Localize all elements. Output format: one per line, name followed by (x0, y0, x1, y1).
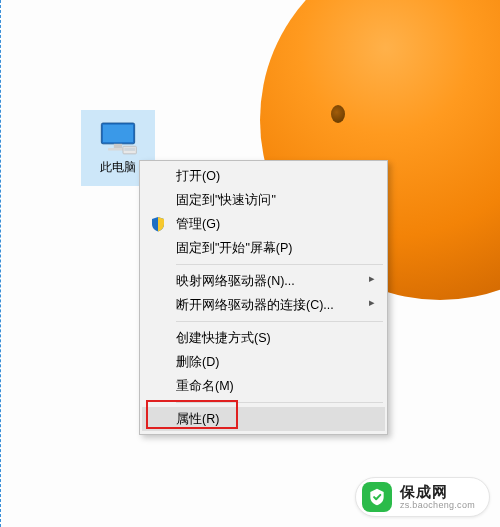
menu-separator (176, 402, 383, 403)
menu-delete[interactable]: 删除(D) (142, 350, 385, 374)
svg-rect-2 (114, 143, 122, 147)
menu-properties[interactable]: 属性(R) (142, 407, 385, 431)
menu-manage[interactable]: 管理(G) (142, 212, 385, 236)
menu-map-network-drive[interactable]: 映射网络驱动器(N)... (142, 269, 385, 293)
watermark-url: zs.baocheng.com (400, 500, 475, 510)
menu-rename[interactable]: 重命名(M) (142, 374, 385, 398)
menu-pin-start[interactable]: 固定到"开始"屏幕(P) (142, 236, 385, 260)
menu-separator (176, 264, 383, 265)
menu-pin-quick-access[interactable]: 固定到"快速访问" (142, 188, 385, 212)
svg-rect-1 (103, 124, 133, 142)
menu-create-shortcut[interactable]: 创建快捷方式(S) (142, 326, 385, 350)
desktop-icon-label: 此电脑 (100, 159, 136, 176)
menu-manage-label: 管理(G) (176, 216, 220, 233)
menu-open[interactable]: 打开(O) (142, 164, 385, 188)
watermark-badge: 保成网 zs.baocheng.com (355, 477, 490, 517)
shield-icon (150, 216, 166, 232)
menu-disconnect-network-drive[interactable]: 断开网络驱动器的连接(C)... (142, 293, 385, 317)
computer-icon (98, 121, 138, 155)
wallpaper-orange-pit (331, 105, 345, 123)
svg-rect-5 (124, 147, 135, 150)
context-menu: 打开(O) 固定到"快速访问" 管理(G) 固定到"开始"屏幕(P) 映射网络驱… (139, 160, 388, 435)
watermark-name: 保成网 (400, 483, 475, 500)
menu-separator (176, 321, 383, 322)
desktop-area[interactable]: 此电脑 打开(O) 固定到"快速访问" 管理(G) 固定到"开始"屏幕(P) 映… (0, 0, 500, 527)
watermark-logo-icon (362, 482, 392, 512)
